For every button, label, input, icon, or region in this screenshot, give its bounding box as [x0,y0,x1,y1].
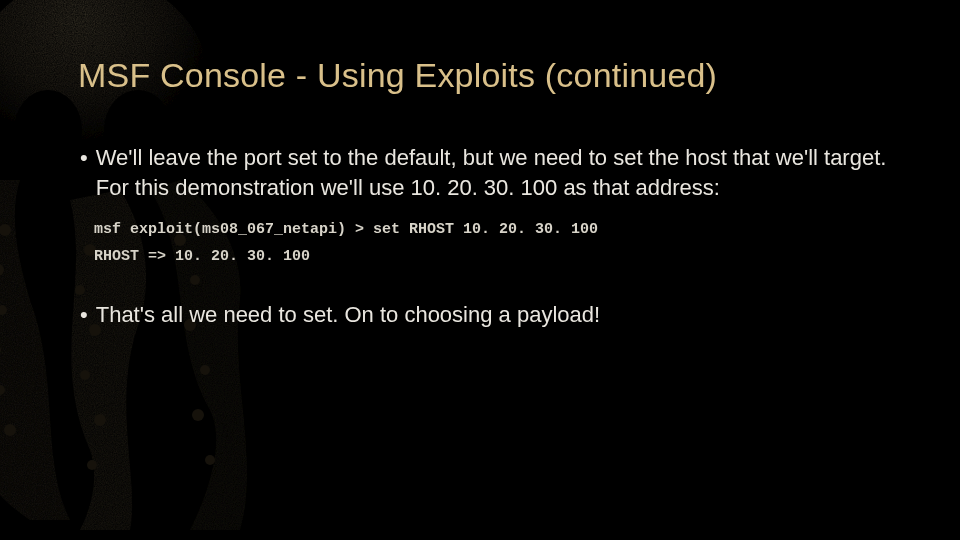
bullet-text: We'll leave the port set to the default,… [96,143,900,202]
svg-point-12 [80,370,90,380]
code-line: RHOST => 10. 20. 30. 100 [94,243,900,270]
svg-point-20 [205,455,215,465]
bullet-item: • That's all we need to set. On to choos… [78,300,900,330]
slide-content: MSF Console - Using Exploits (continued)… [0,0,960,330]
slide-title: MSF Console - Using Exploits (continued) [78,56,900,95]
svg-point-18 [200,365,210,375]
bullet-text: That's all we need to set. On to choosin… [96,300,900,330]
code-block: msf exploit(ms08_067_netapi) > set RHOST… [94,216,900,270]
bullet-dot-icon: • [78,143,96,202]
svg-point-19 [192,409,204,421]
svg-point-14 [87,460,97,470]
svg-point-8 [4,424,16,436]
code-line: msf exploit(ms08_067_netapi) > set RHOST… [94,216,900,243]
svg-point-13 [94,414,106,426]
bullet-item: • We'll leave the port set to the defaul… [78,143,900,202]
bullet-dot-icon: • [78,300,96,330]
